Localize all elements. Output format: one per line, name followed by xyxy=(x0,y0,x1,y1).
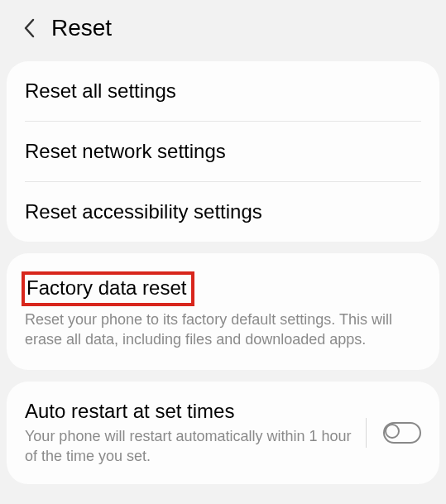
reset-options-card: Reset all settings Reset network setting… xyxy=(7,61,439,242)
vertical-divider xyxy=(366,418,367,448)
auto-restart-label: Auto restart at set times xyxy=(25,400,356,423)
highlight-annotation: Factory data reset xyxy=(22,271,194,306)
reset-accessibility-settings[interactable]: Reset accessibility settings xyxy=(7,182,439,242)
factory-reset-label: Factory data reset xyxy=(26,276,186,300)
auto-restart-desc: Your phone will restart automatically wi… xyxy=(25,426,356,467)
back-icon[interactable] xyxy=(23,19,35,37)
auto-restart-text: Auto restart at set times Your phone wil… xyxy=(25,400,356,467)
page-title: Reset xyxy=(51,15,112,41)
auto-restart-row[interactable]: Auto restart at set times Your phone wil… xyxy=(7,382,439,485)
auto-restart-toggle[interactable] xyxy=(383,422,421,444)
reset-network-settings[interactable]: Reset network settings xyxy=(7,122,439,181)
reset-all-settings[interactable]: Reset all settings xyxy=(7,61,439,121)
reset-network-label: Reset network settings xyxy=(25,140,421,163)
factory-reset-card: Factory data reset Reset your phone to i… xyxy=(7,253,439,370)
header: Reset xyxy=(0,0,446,56)
toggle-knob xyxy=(385,424,400,439)
factory-reset-desc: Reset your phone to its factory default … xyxy=(25,310,421,350)
factory-data-reset[interactable]: Factory data reset Reset your phone to i… xyxy=(7,258,439,363)
reset-accessibility-label: Reset accessibility settings xyxy=(25,200,421,223)
auto-restart-card: Auto restart at set times Your phone wil… xyxy=(7,382,439,485)
reset-all-label: Reset all settings xyxy=(25,79,421,103)
